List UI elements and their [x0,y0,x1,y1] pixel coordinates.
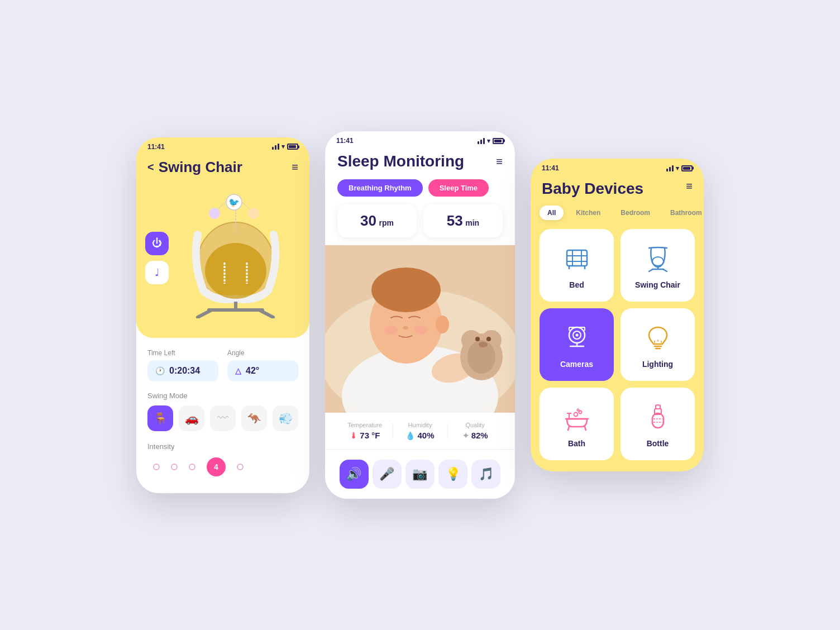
status-icons-2: ▾ [478,137,504,145]
battery-icon [287,144,298,150]
volume-icon: 🔊 [346,467,361,481]
intensity-4[interactable]: 4 [207,457,226,476]
svg-point-65 [577,409,579,411]
device-bath[interactable]: Bath [540,388,614,460]
mic-button[interactable]: 🎤 [373,460,402,489]
music-button[interactable]: ♩ [145,261,169,284]
intensity-2[interactable] [171,464,178,470]
stat-gap [417,204,423,237]
power-button[interactable]: ⏻ [145,232,169,255]
music-icon: ♩ [155,266,159,279]
filter-row: All Kitchen Bedroom Bathroom [531,206,704,229]
device-swing-chair[interactable]: Swing Chair [621,229,695,302]
swing-modes: 🪑 🚗 〰 🦘 💨 [147,405,298,431]
env-humidity: Humidity 💧 40% [393,422,448,440]
angle-icon: △ [235,366,241,375]
svg-point-21 [414,326,428,335]
svg-point-31 [479,342,488,347]
mode-car[interactable]: 🚗 [179,405,204,431]
status-bar-3: 11:41 ▾ [531,159,704,175]
lighting-icon [643,323,672,354]
phone-baby-devices: 11:41 ▾ Baby Devices ≡ All Kitchen Bedro… [531,159,704,471]
device-bed[interactable]: Bed [540,229,614,302]
svg-point-39 [652,257,664,266]
svg-line-12 [198,310,212,317]
baby-photo [325,245,515,413]
thermometer-icon: 🌡 [350,431,357,440]
signal-icon [272,144,279,150]
mode-wave[interactable]: 〰 [210,405,236,431]
svg-point-46 [575,334,578,337]
svg-point-22 [371,268,441,312]
svg-point-7 [205,243,266,299]
mode-wind[interactable]: 💨 [273,405,298,431]
phone3-header: Baby Devices ≡ [531,175,704,206]
intensity-1[interactable] [153,464,160,470]
device-grid: Bed Swing Chair [531,229,704,471]
svg-point-3 [209,208,220,219]
battery-icon-3 [681,165,693,171]
angle-label: Angle [227,349,298,357]
bed-label: Bed [569,280,584,289]
back-button[interactable]: < [147,161,154,174]
intensity-5[interactable] [237,464,244,470]
stats-row: 30 rpm 53 min [325,204,515,245]
svg-point-30 [486,337,491,341]
volume-button[interactable]: 🔊 [340,460,369,489]
filter-kitchen[interactable]: Kitchen [568,206,608,220]
mode-chair[interactable]: 🪑 [147,405,173,431]
time-left-label: Time Left [147,349,218,357]
menu-button-2[interactable]: ≡ [496,155,503,168]
svg-line-42 [649,269,653,271]
sleep-title: Sleep Monitoring [337,152,464,170]
wifi-icon: ▾ [281,143,285,150]
filter-bathroom[interactable]: Bathroom [662,206,704,220]
device-bottle[interactable]: Bottle [621,388,695,460]
devices-title: Baby Devices [542,180,643,198]
music-btn[interactable]: 🎵 [471,460,500,489]
device-lighting[interactable]: Lighting [621,308,695,381]
time-left-value: 🕐 0:20:34 [147,360,218,381]
tab-sleep[interactable]: Sleep Time [428,179,489,197]
svg-point-23 [436,316,449,333]
light-button[interactable]: 💡 [438,460,467,489]
signal-icon-3 [666,165,674,171]
phone-swing-chair: 11:41 ▾ < Swing Chair ≡ ⏻ ♩ [136,137,309,493]
camera-button[interactable]: 📷 [405,460,435,489]
cameras-label: Cameras [560,360,593,369]
info-row: Time Left 🕐 0:20:34 Angle △ 42° [147,349,298,381]
quality-value: ✦ 82% [447,431,503,440]
filter-all[interactable]: All [540,206,564,220]
signal-icon-2 [478,138,485,144]
clock-icon: 🕐 [155,366,165,375]
bottle-label: Bottle [647,439,669,448]
header-left-1: < Swing Chair [147,159,242,176]
camera-icon: 📷 [412,467,427,481]
svg-line-60 [585,427,586,430]
intensity-3[interactable] [189,464,195,470]
svg-point-63 [574,413,578,417]
svg-line-59 [568,427,569,430]
camera-device-icon [562,323,591,354]
time-3: 11:41 [542,164,559,172]
mode-kangaroo[interactable]: 🦘 [241,405,267,431]
svg-text:🐦: 🐦 [228,197,240,208]
svg-point-29 [475,337,480,341]
filter-bedroom[interactable]: Bedroom [613,206,658,220]
tab-breathing[interactable]: Breathing Rhythm [337,179,423,197]
intensity-label: Intensity [147,442,298,451]
status-bar-1: 11:41 ▾ [136,137,309,154]
menu-button-1[interactable]: ≡ [292,161,298,174]
menu-button-3[interactable]: ≡ [686,180,693,193]
power-icon: ⏻ [152,237,162,249]
svg-line-4 [242,202,251,210]
humidity-value: 💧 40% [393,431,448,440]
device-cameras[interactable]: Cameras [540,308,614,381]
angle-block: Angle △ 42° [227,349,298,381]
stat-min: 53 min [423,204,503,237]
tabs-row: Breathing Rhythm Sleep Time [325,179,515,204]
bath-icon [562,402,591,433]
svg-point-5 [248,208,259,219]
page-title-1: Swing Chair [159,159,242,176]
swing-mode-label: Swing Mode [147,392,298,400]
